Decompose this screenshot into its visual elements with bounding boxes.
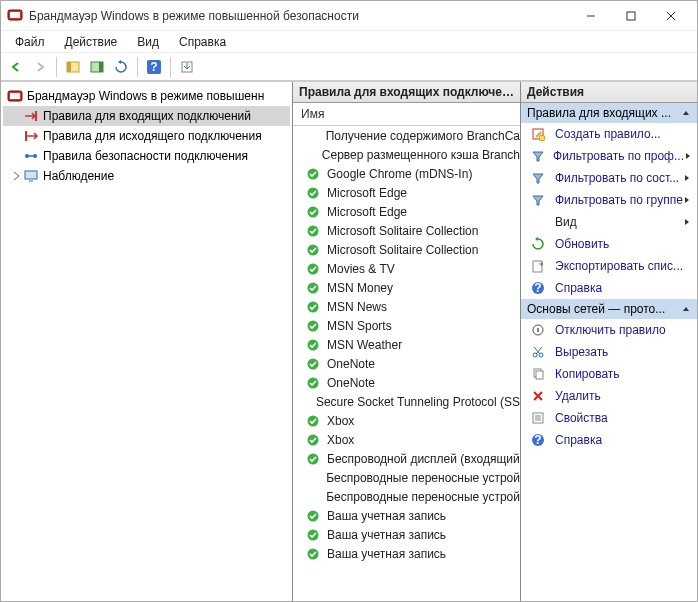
rule-row[interactable]: Беспроводной дисплей (входящий [293, 449, 520, 468]
svg-point-41 [539, 135, 545, 141]
menu-help[interactable]: Справка [169, 33, 236, 51]
rule-row[interactable]: Беспроводные переносные устрой [293, 487, 520, 506]
enabled-icon [307, 320, 321, 332]
tree-monitoring[interactable]: Наблюдение [3, 166, 290, 186]
action-delete[interactable]: Удалить [521, 385, 697, 407]
tree-connection-security[interactable]: Правила безопасности подключения [3, 146, 290, 166]
rule-name: Xbox [327, 414, 354, 428]
toolbar-help[interactable]: ? [143, 56, 165, 78]
collapse-icon[interactable] [681, 304, 691, 314]
toolbar-show-hide-tree[interactable] [62, 56, 84, 78]
enabled-icon [307, 168, 321, 180]
enabled-icon [307, 377, 321, 389]
window-title: Брандмауэр Windows в режиме повышенной б… [29, 9, 571, 23]
action-label: Создать правило... [555, 127, 661, 141]
rule-row[interactable]: OneNote [293, 354, 520, 373]
connection-security-icon [23, 148, 39, 164]
rule-name: Получение содержимого BranchCa [326, 129, 520, 143]
rule-row[interactable]: Microsoft Solitaire Collection [293, 221, 520, 240]
tree-label: Правила для исходящего подключения [43, 129, 262, 143]
action-filter-state[interactable]: Фильтровать по сост... [521, 167, 697, 189]
actions-section-selected[interactable]: Основы сетей — прото... [521, 299, 697, 319]
tree-outbound-rules[interactable]: Правила для исходящего подключения [3, 126, 290, 146]
action-properties[interactable]: Свойства [521, 407, 697, 429]
rule-row[interactable]: Microsoft Solitaire Collection [293, 240, 520, 259]
rule-name: Xbox [327, 433, 354, 447]
toolbar-forward[interactable] [29, 56, 51, 78]
rule-row[interactable]: Сервер размещенного кэша Branch [293, 145, 520, 164]
enabled-icon [307, 225, 321, 237]
menu-action[interactable]: Действие [55, 33, 128, 51]
rule-name: MSN Sports [327, 319, 392, 333]
action-label: Фильтровать по сост... [555, 171, 679, 185]
rule-name: Сервер размещенного кэша Branch [322, 148, 520, 162]
minimize-button[interactable] [571, 2, 611, 30]
export-icon [531, 259, 547, 273]
rule-name: Microsoft Edge [327, 205, 407, 219]
rule-name: MSN Money [327, 281, 393, 295]
rule-row[interactable]: MSN Money [293, 278, 520, 297]
rule-row[interactable]: Получение содержимого BranchCa [293, 126, 520, 145]
toolbar-refresh[interactable] [110, 56, 132, 78]
rule-row[interactable]: Microsoft Edge [293, 183, 520, 202]
enabled-icon [307, 282, 321, 294]
properties-icon [531, 411, 547, 425]
rule-row[interactable]: Xbox [293, 411, 520, 430]
rule-row[interactable]: Google Chrome (mDNS-In) [293, 164, 520, 183]
rule-row[interactable]: Xbox [293, 430, 520, 449]
menu-file[interactable]: Файл [5, 33, 55, 51]
rule-row[interactable]: Ваша учетная запись [293, 544, 520, 563]
action-new-rule[interactable]: Создать правило... [521, 123, 697, 145]
action-refresh[interactable]: Обновить [521, 233, 697, 255]
enabled-icon [307, 263, 321, 275]
rule-row[interactable]: Ваша учетная запись [293, 506, 520, 525]
menu-view[interactable]: Вид [127, 33, 169, 51]
toolbar-show-hide-actions[interactable] [86, 56, 108, 78]
tree[interactable]: Брандмауэр Windows в режиме повышенн Пра… [1, 82, 292, 601]
action-label: Экспортировать спис... [555, 259, 683, 273]
action-disable-rule[interactable]: Отключить правило [521, 319, 697, 341]
action-copy[interactable]: Копировать [521, 363, 697, 385]
action-cut[interactable]: Вырезать [521, 341, 697, 363]
svg-rect-20 [25, 171, 37, 179]
maximize-button[interactable] [611, 2, 651, 30]
svg-text:?: ? [534, 281, 541, 295]
rule-name: Microsoft Solitaire Collection [327, 224, 478, 238]
rule-row[interactable]: OneNote [293, 373, 520, 392]
enabled-icon [307, 510, 321, 522]
rule-name: Google Chrome (mDNS-In) [327, 167, 472, 181]
rule-row[interactable]: Movies & TV [293, 259, 520, 278]
action-view[interactable]: Вид [521, 211, 697, 233]
rule-row[interactable]: Secure Socket Tunneling Protocol (SS [293, 392, 520, 411]
rule-name: Беспроводной дисплей (входящий [327, 452, 520, 466]
rules-list[interactable]: Получение содержимого BranchCaСервер раз… [293, 126, 520, 601]
action-filter-group[interactable]: Фильтровать по группе [521, 189, 697, 211]
toolbar-export[interactable] [176, 56, 198, 78]
rule-row[interactable]: Microsoft Edge [293, 202, 520, 221]
close-button[interactable] [651, 2, 691, 30]
expand-icon[interactable] [11, 170, 23, 182]
action-export[interactable]: Экспортировать спис... [521, 255, 697, 277]
svg-rect-3 [627, 12, 635, 20]
rule-name: Microsoft Solitaire Collection [327, 243, 478, 257]
rule-row[interactable]: MSN Weather [293, 335, 520, 354]
actions-section-rules[interactable]: Правила для входящих ... [521, 103, 697, 123]
cut-icon [531, 345, 547, 359]
collapse-icon[interactable] [681, 108, 691, 118]
column-header-name[interactable]: Имя [293, 103, 520, 126]
action-help[interactable]: ? Справка [521, 429, 697, 451]
action-help[interactable]: ? Справка [521, 277, 697, 299]
action-label: Удалить [555, 389, 601, 403]
action-filter-profile[interactable]: Фильтровать по проф... [521, 145, 697, 167]
rule-row[interactable]: MSN Sports [293, 316, 520, 335]
rule-row[interactable]: Ваша учетная запись [293, 525, 520, 544]
filter-icon [531, 193, 547, 207]
tree-label: Брандмауэр Windows в режиме повышенн [27, 89, 264, 103]
action-label: Справка [555, 433, 602, 447]
rule-row[interactable]: Беспроводные переносные устрой [293, 468, 520, 487]
toolbar-back[interactable] [5, 56, 27, 78]
tree-inbound-rules[interactable]: Правила для входящих подключений [3, 106, 290, 126]
tree-root[interactable]: Брандмауэр Windows в режиме повышенн [3, 86, 290, 106]
rule-row[interactable]: MSN News [293, 297, 520, 316]
tree-pane: Брандмауэр Windows в режиме повышенн Пра… [1, 82, 293, 601]
